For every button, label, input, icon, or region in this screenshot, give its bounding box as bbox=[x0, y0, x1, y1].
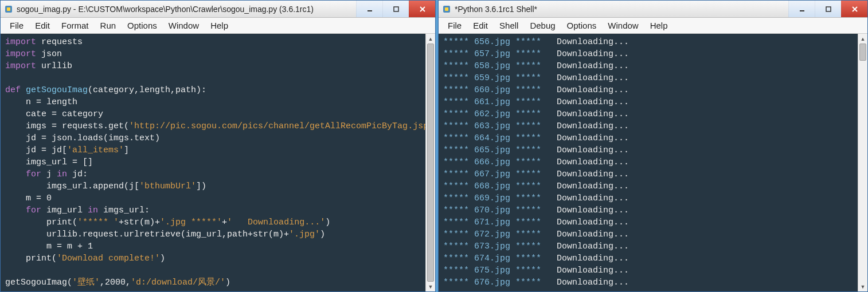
shell-line-status: Downloading... bbox=[557, 230, 629, 239]
shell-line: ***** 664.jpg ***** Downloading... bbox=[443, 132, 853, 144]
menu-shell[interactable]: Shell bbox=[495, 19, 523, 31]
shell-titlebar[interactable]: *Python 3.6.1rc1 Shell* bbox=[439, 1, 867, 18]
shell-line: ***** 656.jpg ***** Downloading... bbox=[443, 36, 853, 48]
shell-line: ***** 676.jpg ***** Downloading... bbox=[443, 277, 853, 289]
shell-line-status: Downloading... bbox=[557, 121, 629, 131]
menu-options[interactable]: Options bbox=[562, 19, 601, 31]
shell-line-filename: ***** 658.jpg ***** bbox=[443, 61, 557, 71]
shell-line-filename: ***** 665.jpg ***** bbox=[443, 145, 557, 155]
shell-line: ***** 674.jpg ***** Downloading... bbox=[443, 252, 853, 265]
shell-title: *Python 3.6.1rc1 Shell* bbox=[455, 5, 788, 14]
code-text: ]) bbox=[196, 181, 206, 191]
code-text: + bbox=[222, 218, 227, 227]
shell-line-status: Downloading... bbox=[557, 242, 629, 251]
shell-line-status: Downloading... bbox=[557, 206, 629, 215]
code-text: n = length bbox=[5, 97, 77, 107]
shell-line: ***** 673.jpg ***** Downloading... bbox=[443, 240, 853, 252]
shell-line-status: Downloading... bbox=[557, 133, 629, 143]
code-text: jd: bbox=[67, 169, 88, 179]
scroll-thumb[interactable] bbox=[427, 44, 434, 282]
svg-rect-3 bbox=[394, 7, 398, 11]
menu-format[interactable]: Format bbox=[57, 19, 93, 31]
shell-line-filename: ***** 657.jpg ***** bbox=[443, 49, 557, 59]
code-text: imgs = requests.get( bbox=[5, 121, 129, 131]
shell-line-status: Downloading... bbox=[557, 254, 629, 263]
editor-title: sogou_imag.py - E:\CUSTOM\workspace\Pyth… bbox=[17, 5, 356, 14]
code-text: m = 0 bbox=[5, 194, 52, 203]
kw-import: import bbox=[5, 49, 36, 59]
kw-def: def bbox=[5, 85, 26, 95]
close-button[interactable] bbox=[841, 1, 867, 17]
code-text: imgs_url = [] bbox=[5, 157, 93, 167]
shell-line-status: Downloading... bbox=[557, 37, 629, 47]
shell-line-status: Downloading... bbox=[557, 97, 629, 107]
shell-line-filename: ***** 676.jpg ***** bbox=[443, 278, 557, 287]
code-text: urllib.request.urlretrieve(img_url,path+… bbox=[5, 230, 289, 239]
scroll-up-icon[interactable]: ▲ bbox=[426, 34, 435, 44]
code-text: imgs_url: bbox=[98, 206, 150, 215]
shell-line-filename: ***** 656.jpg ***** bbox=[443, 37, 557, 47]
editor-titlebar[interactable]: sogou_imag.py - E:\CUSTOM\workspace\Pyth… bbox=[1, 1, 435, 18]
code-text: ) bbox=[320, 230, 325, 239]
menu-help[interactable]: Help bbox=[646, 19, 672, 31]
maximize-button[interactable] bbox=[815, 1, 841, 17]
code-text: ) bbox=[325, 218, 330, 227]
shell-scrollbar[interactable]: ▲ ▼ bbox=[858, 34, 867, 291]
minimize-button[interactable] bbox=[788, 1, 815, 17]
shell-body: ***** 656.jpg ***** Downloading...***** … bbox=[439, 34, 867, 291]
kw-for: for bbox=[5, 169, 41, 179]
shell-line: ***** 663.jpg ***** Downloading... bbox=[443, 120, 853, 132]
string-literal: 'all_items' bbox=[67, 145, 124, 155]
close-button[interactable] bbox=[409, 1, 435, 17]
menu-edit[interactable]: Edit bbox=[468, 19, 492, 31]
shell-line-filename: ***** 670.jpg ***** bbox=[443, 206, 557, 215]
kw-for: for bbox=[5, 206, 41, 215]
string-literal: 'bthumbUrl' bbox=[139, 181, 196, 191]
menu-debug[interactable]: Debug bbox=[525, 19, 560, 31]
menu-edit[interactable]: Edit bbox=[30, 19, 54, 31]
string-literal: '.jpg *****' bbox=[160, 218, 222, 227]
string-literal: ' Downloading...' bbox=[227, 218, 325, 227]
window-controls bbox=[356, 1, 435, 17]
shell-line-status: Downloading... bbox=[557, 218, 629, 227]
maximize-button[interactable] bbox=[382, 1, 409, 17]
scroll-up-icon[interactable]: ▲ bbox=[858, 34, 867, 44]
code-editor[interactable]: import requests import json import urlli… bbox=[1, 34, 425, 291]
shell-output[interactable]: ***** 656.jpg ***** Downloading...***** … bbox=[439, 34, 858, 291]
shell-window: *Python 3.6.1rc1 Shell* File Edit Shell … bbox=[438, 0, 868, 292]
svg-rect-9 bbox=[826, 7, 831, 11]
shell-line-filename: ***** 672.jpg ***** bbox=[443, 230, 557, 239]
scroll-down-icon[interactable]: ▼ bbox=[426, 282, 435, 291]
menu-window[interactable]: Window bbox=[164, 19, 204, 31]
menu-run[interactable]: Run bbox=[96, 19, 121, 31]
shell-line-filename: ***** 668.jpg ***** bbox=[443, 181, 557, 191]
code-text: print( bbox=[5, 218, 77, 227]
shell-line: ***** 667.jpg ***** Downloading... bbox=[443, 168, 853, 180]
scroll-track[interactable] bbox=[426, 44, 435, 282]
shell-line: ***** 665.jpg ***** Downloading... bbox=[443, 144, 853, 156]
menu-file[interactable]: File bbox=[443, 19, 466, 31]
code-text: ,2000, bbox=[100, 278, 131, 287]
shell-line: ***** 671.jpg ***** Downloading... bbox=[443, 216, 853, 228]
editor-scrollbar[interactable]: ▲ ▼ bbox=[425, 34, 435, 291]
shell-line-filename: ***** 671.jpg ***** bbox=[443, 218, 557, 227]
kw-import: import bbox=[5, 37, 36, 47]
shell-line-filename: ***** 659.jpg ***** bbox=[443, 73, 557, 83]
minimize-button[interactable] bbox=[356, 1, 382, 17]
scroll-down-icon[interactable]: ▼ bbox=[858, 282, 867, 291]
string-literal: 'Download complete!' bbox=[57, 254, 160, 263]
shell-line-status: Downloading... bbox=[557, 181, 629, 191]
scroll-thumb[interactable] bbox=[859, 44, 866, 61]
shell-line: ***** 670.jpg ***** Downloading... bbox=[443, 204, 853, 216]
shell-line: ***** 659.jpg ***** Downloading... bbox=[443, 72, 853, 84]
menu-options[interactable]: Options bbox=[123, 19, 162, 31]
menu-file[interactable]: File bbox=[5, 19, 28, 31]
shell-line-filename: ***** 669.jpg ***** bbox=[443, 194, 557, 203]
menu-help[interactable]: Help bbox=[206, 19, 233, 31]
menu-window[interactable]: Window bbox=[603, 19, 643, 31]
string-literal: '***** ' bbox=[77, 218, 119, 227]
code-text: getSogouImag( bbox=[5, 278, 72, 287]
scroll-track[interactable] bbox=[858, 44, 867, 282]
shell-line: ***** 675.jpg ***** Downloading... bbox=[443, 265, 853, 277]
editor-menubar: File Edit Format Run Options Window Help bbox=[1, 18, 435, 34]
